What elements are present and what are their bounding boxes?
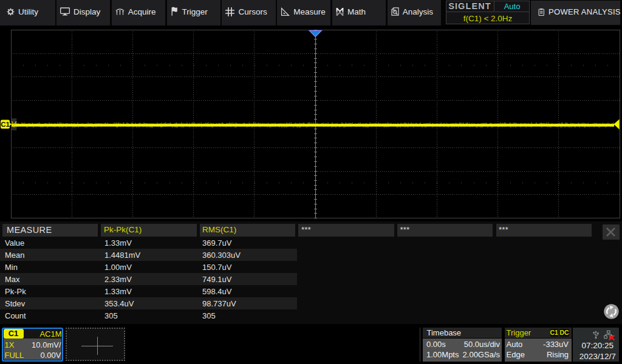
svg-text:V: V	[12, 120, 16, 129]
svg-text:C1: C1	[1, 121, 10, 128]
